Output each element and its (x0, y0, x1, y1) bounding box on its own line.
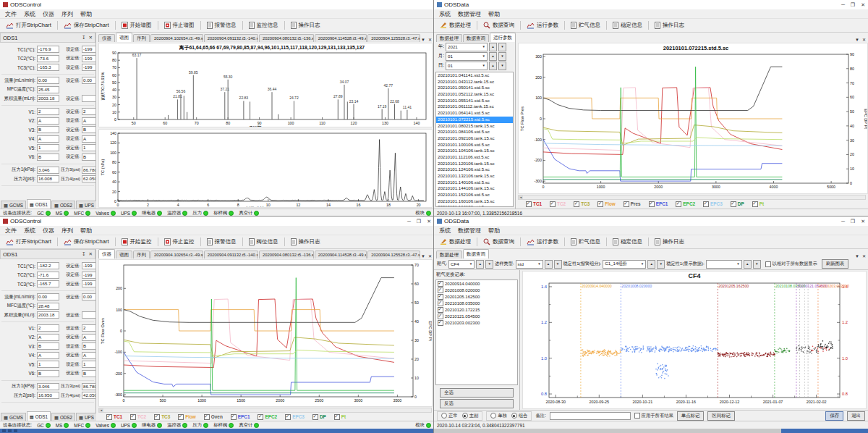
field-set-input[interactable]: A (82, 117, 95, 125)
field-set-input[interactable]: 1 (82, 361, 95, 368)
dock-tab-gcms[interactable]: ▦GCMS (1, 413, 26, 421)
field-set-input[interactable]: A (82, 334, 95, 341)
field-set-input[interactable]: 0.00 (82, 77, 95, 84)
toolbar-button-br-1[interactable]: 数据查询 (479, 237, 519, 248)
filter-combo-0[interactable]: CF4▼ (448, 260, 475, 269)
field-set-input[interactable]: -199 (82, 262, 95, 269)
checkbox-icon[interactable] (634, 413, 640, 419)
toolbar-button-bl-0[interactable]: 打开StripChart (1, 237, 56, 248)
relative-display-checkbox[interactable]: 以相对于所有数据显示 (765, 261, 817, 267)
gas-change-record[interactable]: 20210120.172215 (436, 306, 517, 313)
dock-panel-header[interactable]: ODS1 ↧✕ (0, 33, 95, 43)
tab-tl-6[interactable]: 20200904.114528.t3.-49.sc (315, 34, 367, 42)
file-list-item[interactable]: 20210101.072215.std.5.sc (436, 117, 513, 123)
file-list-item[interactable]: 20210101.092106.tank.15.sc (436, 135, 513, 142)
field-set-input[interactable] (82, 311, 95, 319)
field-set-input[interactable]: 2 (82, 108, 95, 115)
checkbox-checked-icon[interactable] (703, 201, 709, 207)
tab-close-icon[interactable]: ✕ (428, 253, 432, 258)
spin-down-icon[interactable]: ▼ (498, 43, 506, 51)
field-set-input[interactable]: -199 (82, 46, 95, 53)
checkbox-checked-icon[interactable] (204, 414, 210, 420)
dock-tab-ods2[interactable]: ▦ODS2 (51, 201, 75, 209)
file-list-item[interactable]: 20210101.152106.std.5.sc (436, 192, 513, 198)
toolbar-button-br-3[interactable]: 贮气信息 (566, 237, 605, 248)
menu-item-bl-3[interactable]: 序列 (61, 227, 73, 235)
tab-bl-5[interactable]: 20200904.080132.t5.-136.sc (259, 251, 314, 258)
menu-item-tl-4[interactable]: 帮助 (80, 10, 92, 18)
gas-change-record[interactable]: 20210108.035000 (436, 300, 517, 306)
menu-item-tl-3[interactable]: 序列 (61, 10, 73, 18)
checkbox-checked-icon[interactable] (258, 414, 263, 420)
note-input[interactable] (550, 412, 631, 420)
invert-select-button[interactable]: 反选 (440, 399, 514, 408)
field-set-input[interactable]: -199 (82, 64, 95, 71)
menu-item-bl-4[interactable]: 帮助 (80, 227, 92, 235)
toolbar-button-tl-2[interactable]: 开始谱图 (117, 20, 156, 31)
field-set-input[interactable]: 86.780 (82, 167, 95, 174)
tab-bl-6[interactable]: 20200904.114528.t3.-49.sc (315, 251, 367, 258)
checkbox-checked-icon[interactable] (550, 201, 556, 207)
scroll-left-icon[interactable]: ◄ (519, 196, 523, 199)
tab-tl-2[interactable]: 序列 (133, 34, 150, 42)
toolbar-button-tl-3[interactable]: 停止谱图 (160, 20, 199, 31)
menu-item-bl-0[interactable]: 文件 (5, 227, 17, 235)
horizontal-scrollbar[interactable]: ◄ (98, 408, 432, 413)
spin-down-icon[interactable]: ▼ (498, 62, 506, 70)
close-icon[interactable]: ✕ (861, 2, 865, 8)
checkbox-checked-icon[interactable] (285, 414, 291, 420)
checkbox-checked-icon[interactable] (649, 201, 655, 207)
menu-item-tr-1[interactable]: 数据管理 (458, 10, 481, 18)
tab-tl-7[interactable]: 20200904.125528.t3.-47.sc (367, 34, 420, 42)
gas-change-record[interactable]: 20210203.002300 (436, 319, 517, 326)
menu-item-br-0[interactable]: 系统 (439, 227, 451, 235)
field-set-input[interactable]: A (82, 135, 95, 143)
legend-item-tc1[interactable]: TC1 (526, 201, 542, 207)
tab-close-icon[interactable]: ✕ (862, 253, 866, 258)
toolbar-button-tr-2[interactable]: 运行参数 (522, 20, 563, 31)
toolbar-button-bl-5[interactable]: 阀位信息 (244, 237, 283, 248)
file-list-item[interactable]: 20210101.041141.std.5.sc (436, 72, 513, 79)
point-mark-button[interactable]: 单点标记 (677, 411, 705, 421)
legend-item-epc1[interactable]: EPC1 (231, 414, 250, 420)
tab-tl-4[interactable]: 20200904.091132.t5.-140.sc (204, 34, 258, 42)
toolbar-button-tr-0[interactable]: 数据处理 (435, 20, 475, 31)
gas-change-record[interactable]: 20210121.054500 (436, 313, 517, 319)
checkbox-checked-icon[interactable] (334, 414, 340, 420)
menu-item-tl-1[interactable]: 系统 (24, 10, 35, 18)
radio-icon[interactable] (462, 413, 468, 419)
field-set-input[interactable]: B (82, 126, 95, 133)
field-set-input[interactable]: 1 (82, 144, 95, 151)
tab-bl-2[interactable]: 序列 (133, 251, 150, 258)
file-list-item[interactable]: 20210101.050141.std.5.sc (436, 85, 513, 91)
toolbar-button-br-4[interactable]: 稳定信息 (608, 237, 647, 248)
file-list-item[interactable]: 20210101.080215.tank.15.sc (436, 123, 513, 130)
tab-menu-icon[interactable]: ▼ (855, 254, 859, 258)
checkbox-checked-icon[interactable] (574, 201, 579, 207)
field-set-input[interactable]: A (82, 352, 95, 359)
toolbar-button-tl-6[interactable]: 操作日志 (286, 20, 325, 31)
field-set-input[interactable]: 62.050 (82, 175, 95, 182)
legend-item-epc2[interactable]: EPC2 (258, 414, 277, 420)
gas-change-record[interactable]: 20200914.040000 (436, 280, 517, 287)
tab-bl-7[interactable]: 20200904.125528.t3.-47.sc (367, 251, 420, 258)
file-list-item[interactable]: 20210101.124106.std.5.sc (436, 167, 513, 173)
file-list-item[interactable]: 20210101.064141.std.5.sc (436, 110, 513, 117)
toolbar-button-br-5[interactable]: 操作日志 (650, 237, 689, 248)
spin-up-icon[interactable]: ▲ (489, 52, 497, 61)
toolbar-button-tl-1[interactable]: 保存StripChart (59, 20, 114, 31)
pin-icon[interactable]: ↧ (82, 35, 85, 41)
radio-option[interactable]: 正常 (441, 413, 458, 419)
checkbox-checked-icon[interactable] (438, 307, 443, 313)
tab-close-icon[interactable]: ✕ (428, 37, 432, 42)
legend-item-epc2[interactable]: EPC2 (676, 201, 695, 207)
field-set-input[interactable]: 86.780 (82, 383, 95, 390)
tab-close-icon[interactable]: ✕ (862, 37, 866, 42)
dock-tab-ods2[interactable]: ▦ODS2 (51, 413, 75, 421)
tab-bl-0[interactable]: 仪器 (98, 249, 115, 258)
checkbox-checked-icon[interactable] (231, 414, 237, 420)
checkbox-checked-icon[interactable] (438, 294, 443, 300)
tab-tr-0[interactable]: 数据处理 (436, 34, 462, 42)
exit-button[interactable]: 退出 (847, 411, 865, 421)
field-set-input[interactable]: 0.00 (82, 293, 95, 300)
